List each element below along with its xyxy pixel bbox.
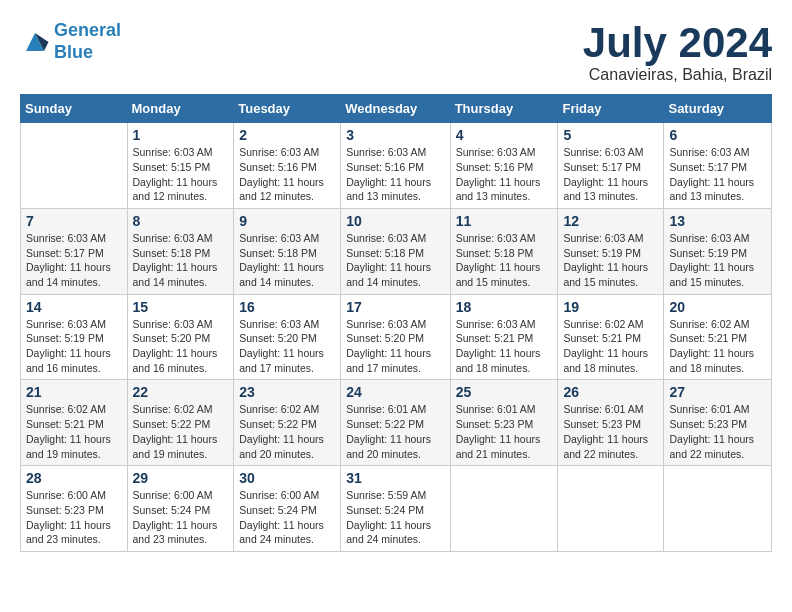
day-number: 2: [239, 127, 335, 143]
calendar-week-5: 28Sunrise: 6:00 AM Sunset: 5:23 PM Dayli…: [21, 466, 772, 552]
day-info: Sunrise: 6:01 AM Sunset: 5:22 PM Dayligh…: [346, 402, 444, 461]
calendar-cell: [450, 466, 558, 552]
calendar-cell: 19Sunrise: 6:02 AM Sunset: 5:21 PM Dayli…: [558, 294, 664, 380]
calendar-cell: 1Sunrise: 6:03 AM Sunset: 5:15 PM Daylig…: [127, 123, 234, 209]
day-number: 31: [346, 470, 444, 486]
day-info: Sunrise: 6:03 AM Sunset: 5:19 PM Dayligh…: [669, 231, 766, 290]
day-number: 12: [563, 213, 658, 229]
calendar-header-sunday: Sunday: [21, 95, 128, 123]
day-info: Sunrise: 6:03 AM Sunset: 5:16 PM Dayligh…: [239, 145, 335, 204]
calendar-header-thursday: Thursday: [450, 95, 558, 123]
day-info: Sunrise: 5:59 AM Sunset: 5:24 PM Dayligh…: [346, 488, 444, 547]
calendar-cell: 25Sunrise: 6:01 AM Sunset: 5:23 PM Dayli…: [450, 380, 558, 466]
day-number: 20: [669, 299, 766, 315]
calendar-body: 1Sunrise: 6:03 AM Sunset: 5:15 PM Daylig…: [21, 123, 772, 552]
logo-text: General Blue: [54, 20, 121, 63]
day-info: Sunrise: 6:01 AM Sunset: 5:23 PM Dayligh…: [669, 402, 766, 461]
calendar-week-2: 7Sunrise: 6:03 AM Sunset: 5:17 PM Daylig…: [21, 208, 772, 294]
day-number: 24: [346, 384, 444, 400]
day-info: Sunrise: 6:03 AM Sunset: 5:18 PM Dayligh…: [456, 231, 553, 290]
calendar-cell: 16Sunrise: 6:03 AM Sunset: 5:20 PM Dayli…: [234, 294, 341, 380]
day-number: 1: [133, 127, 229, 143]
day-number: 27: [669, 384, 766, 400]
day-number: 13: [669, 213, 766, 229]
day-number: 19: [563, 299, 658, 315]
day-number: 15: [133, 299, 229, 315]
day-info: Sunrise: 6:01 AM Sunset: 5:23 PM Dayligh…: [563, 402, 658, 461]
calendar-cell: 29Sunrise: 6:00 AM Sunset: 5:24 PM Dayli…: [127, 466, 234, 552]
title-block: July 2024 Canavieiras, Bahia, Brazil: [583, 20, 772, 84]
calendar-week-1: 1Sunrise: 6:03 AM Sunset: 5:15 PM Daylig…: [21, 123, 772, 209]
calendar-cell: 4Sunrise: 6:03 AM Sunset: 5:16 PM Daylig…: [450, 123, 558, 209]
calendar-cell: 31Sunrise: 5:59 AM Sunset: 5:24 PM Dayli…: [341, 466, 450, 552]
day-info: Sunrise: 6:00 AM Sunset: 5:24 PM Dayligh…: [239, 488, 335, 547]
day-info: Sunrise: 6:02 AM Sunset: 5:21 PM Dayligh…: [563, 317, 658, 376]
day-number: 28: [26, 470, 122, 486]
calendar-header-friday: Friday: [558, 95, 664, 123]
day-info: Sunrise: 6:03 AM Sunset: 5:16 PM Dayligh…: [346, 145, 444, 204]
calendar-week-3: 14Sunrise: 6:03 AM Sunset: 5:19 PM Dayli…: [21, 294, 772, 380]
calendar-cell: 17Sunrise: 6:03 AM Sunset: 5:20 PM Dayli…: [341, 294, 450, 380]
day-number: 29: [133, 470, 229, 486]
day-info: Sunrise: 6:00 AM Sunset: 5:23 PM Dayligh…: [26, 488, 122, 547]
day-number: 30: [239, 470, 335, 486]
calendar-cell: 12Sunrise: 6:03 AM Sunset: 5:19 PM Dayli…: [558, 208, 664, 294]
day-info: Sunrise: 6:03 AM Sunset: 5:18 PM Dayligh…: [239, 231, 335, 290]
day-info: Sunrise: 6:03 AM Sunset: 5:18 PM Dayligh…: [133, 231, 229, 290]
day-info: Sunrise: 6:03 AM Sunset: 5:17 PM Dayligh…: [26, 231, 122, 290]
calendar-cell: 18Sunrise: 6:03 AM Sunset: 5:21 PM Dayli…: [450, 294, 558, 380]
calendar-cell: 14Sunrise: 6:03 AM Sunset: 5:19 PM Dayli…: [21, 294, 128, 380]
calendar-cell: 27Sunrise: 6:01 AM Sunset: 5:23 PM Dayli…: [664, 380, 772, 466]
day-info: Sunrise: 6:02 AM Sunset: 5:21 PM Dayligh…: [669, 317, 766, 376]
calendar-header-saturday: Saturday: [664, 95, 772, 123]
day-number: 8: [133, 213, 229, 229]
calendar-cell: 3Sunrise: 6:03 AM Sunset: 5:16 PM Daylig…: [341, 123, 450, 209]
day-info: Sunrise: 6:03 AM Sunset: 5:20 PM Dayligh…: [346, 317, 444, 376]
calendar-cell: [664, 466, 772, 552]
calendar-cell: 28Sunrise: 6:00 AM Sunset: 5:23 PM Dayli…: [21, 466, 128, 552]
calendar-cell: 2Sunrise: 6:03 AM Sunset: 5:16 PM Daylig…: [234, 123, 341, 209]
day-number: 25: [456, 384, 553, 400]
day-number: 21: [26, 384, 122, 400]
calendar-header-monday: Monday: [127, 95, 234, 123]
day-number: 5: [563, 127, 658, 143]
day-info: Sunrise: 6:03 AM Sunset: 5:20 PM Dayligh…: [239, 317, 335, 376]
calendar-header-row: SundayMondayTuesdayWednesdayThursdayFrid…: [21, 95, 772, 123]
day-info: Sunrise: 6:03 AM Sunset: 5:19 PM Dayligh…: [563, 231, 658, 290]
calendar-cell: 8Sunrise: 6:03 AM Sunset: 5:18 PM Daylig…: [127, 208, 234, 294]
day-number: 14: [26, 299, 122, 315]
day-number: 10: [346, 213, 444, 229]
calendar-cell: 30Sunrise: 6:00 AM Sunset: 5:24 PM Dayli…: [234, 466, 341, 552]
day-info: Sunrise: 6:03 AM Sunset: 5:19 PM Dayligh…: [26, 317, 122, 376]
day-number: 9: [239, 213, 335, 229]
calendar-cell: 7Sunrise: 6:03 AM Sunset: 5:17 PM Daylig…: [21, 208, 128, 294]
day-number: 6: [669, 127, 766, 143]
calendar-cell: 23Sunrise: 6:02 AM Sunset: 5:22 PM Dayli…: [234, 380, 341, 466]
calendar-cell: 6Sunrise: 6:03 AM Sunset: 5:17 PM Daylig…: [664, 123, 772, 209]
calendar-cell: 11Sunrise: 6:03 AM Sunset: 5:18 PM Dayli…: [450, 208, 558, 294]
day-number: 16: [239, 299, 335, 315]
day-info: Sunrise: 6:00 AM Sunset: 5:24 PM Dayligh…: [133, 488, 229, 547]
calendar-cell: 20Sunrise: 6:02 AM Sunset: 5:21 PM Dayli…: [664, 294, 772, 380]
day-number: 26: [563, 384, 658, 400]
day-info: Sunrise: 6:02 AM Sunset: 5:21 PM Dayligh…: [26, 402, 122, 461]
month-title: July 2024: [583, 20, 772, 66]
location: Canavieiras, Bahia, Brazil: [583, 66, 772, 84]
day-number: 11: [456, 213, 553, 229]
calendar-cell: 26Sunrise: 6:01 AM Sunset: 5:23 PM Dayli…: [558, 380, 664, 466]
day-info: Sunrise: 6:02 AM Sunset: 5:22 PM Dayligh…: [239, 402, 335, 461]
calendar-header-wednesday: Wednesday: [341, 95, 450, 123]
day-number: 22: [133, 384, 229, 400]
day-info: Sunrise: 6:03 AM Sunset: 5:17 PM Dayligh…: [669, 145, 766, 204]
calendar-cell: 22Sunrise: 6:02 AM Sunset: 5:22 PM Dayli…: [127, 380, 234, 466]
calendar-table: SundayMondayTuesdayWednesdayThursdayFrid…: [20, 94, 772, 552]
calendar-cell: [21, 123, 128, 209]
day-info: Sunrise: 6:03 AM Sunset: 5:18 PM Dayligh…: [346, 231, 444, 290]
day-number: 4: [456, 127, 553, 143]
day-number: 18: [456, 299, 553, 315]
calendar-cell: 9Sunrise: 6:03 AM Sunset: 5:18 PM Daylig…: [234, 208, 341, 294]
calendar-week-4: 21Sunrise: 6:02 AM Sunset: 5:21 PM Dayli…: [21, 380, 772, 466]
calendar-cell: 5Sunrise: 6:03 AM Sunset: 5:17 PM Daylig…: [558, 123, 664, 209]
day-info: Sunrise: 6:03 AM Sunset: 5:17 PM Dayligh…: [563, 145, 658, 204]
day-info: Sunrise: 6:03 AM Sunset: 5:15 PM Dayligh…: [133, 145, 229, 204]
